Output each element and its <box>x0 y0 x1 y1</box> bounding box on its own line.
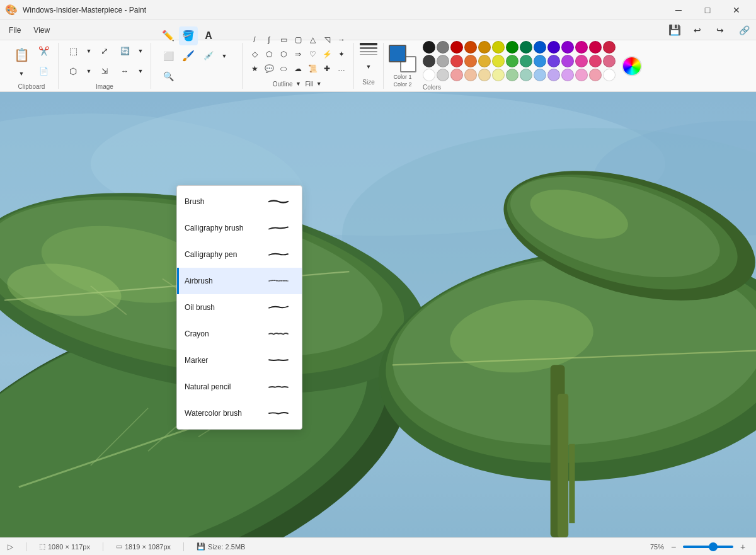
close-button[interactable]: ✕ <box>722 0 751 20</box>
swatch-r1-3[interactable] <box>464 41 477 54</box>
swatch-r1-9[interactable] <box>547 41 560 54</box>
swatch-r2-11[interactable] <box>575 55 588 67</box>
free-select-button[interactable]: ⬡ <box>64 62 83 81</box>
paste-button[interactable]: 📋 <box>10 42 33 67</box>
brush-item-marker[interactable]: Marker <box>177 347 302 374</box>
menu-view[interactable]: View <box>27 23 56 37</box>
color-picker-dropdown[interactable]: ▼ <box>219 47 229 66</box>
swatch-r2-8[interactable] <box>534 55 546 67</box>
zoom-slider-thumb[interactable] <box>709 542 718 551</box>
shape-roundrect[interactable]: ▢ <box>291 33 305 47</box>
brush-item-brush[interactable]: Brush <box>177 188 302 215</box>
paste-dropdown[interactable]: ▼ <box>16 67 26 80</box>
swatch-r1-0[interactable] <box>423 41 435 54</box>
zoom-in-button[interactable]: + <box>737 541 748 552</box>
swatch-r3-7[interactable] <box>520 69 532 81</box>
swatch-r1-6[interactable] <box>506 41 518 54</box>
shape-star4[interactable]: ✦ <box>335 47 348 61</box>
swatch-r2-4[interactable] <box>478 55 491 67</box>
brush-item-crayon[interactable]: Crayon <box>177 321 302 347</box>
swatch-r3-3[interactable] <box>464 69 477 81</box>
swatch-r1-1[interactable] <box>437 41 449 54</box>
brush-item-natural-pencil[interactable]: Natural pencil <box>177 374 302 400</box>
brush-button[interactable]: 🖌️ <box>179 47 198 66</box>
select-button[interactable]: ⬚ <box>64 42 83 60</box>
swatch-r1-8[interactable] <box>534 41 546 54</box>
color1-swatch[interactable] <box>389 45 406 62</box>
pencil-button[interactable]: ✏️ <box>159 26 178 45</box>
cut-button[interactable]: ✂️ <box>34 42 53 60</box>
brush-item-airbrush[interactable]: Airbrush <box>177 268 302 294</box>
swatch-r3-8[interactable] <box>534 69 546 81</box>
shape-plus[interactable]: ✚ <box>320 62 334 76</box>
save-button[interactable]: 💾 <box>665 21 684 40</box>
shape-callout[interactable]: 💬 <box>262 62 276 76</box>
swatch-r3-6[interactable] <box>506 69 518 81</box>
redo-button[interactable]: ↪ <box>711 21 730 40</box>
swatch-r1-2[interactable] <box>450 41 463 54</box>
flip-dropdown[interactable]: ▼ <box>135 62 146 81</box>
undo-button[interactable]: ↩ <box>688 21 707 40</box>
swatch-r2-2[interactable] <box>450 55 463 67</box>
shape-arrow[interactable]: → <box>335 33 348 47</box>
rotate-button[interactable]: 🔄 <box>115 42 134 60</box>
swatch-r3-10[interactable] <box>561 69 574 81</box>
rotate-dropdown[interactable]: ▼ <box>135 42 146 60</box>
swatch-r3-1[interactable] <box>437 69 449 81</box>
main-area[interactable]: Brush Calligraphy brush Calligraphy pen … <box>0 92 756 537</box>
swatch-r3-12[interactable] <box>589 69 602 81</box>
shape-line[interactable]: / <box>248 33 261 47</box>
shape-triangle[interactable]: △ <box>306 33 319 47</box>
swatch-r2-6[interactable] <box>506 55 518 67</box>
menu-file[interactable]: File <box>3 23 27 37</box>
select-dropdown[interactable]: ▼ <box>84 42 94 60</box>
swatch-r2-7[interactable] <box>520 55 532 67</box>
swatch-r1-5[interactable] <box>492 41 505 54</box>
flip-button[interactable]: ↔ <box>115 62 134 81</box>
shape-cloud[interactable]: ☁ <box>291 62 305 76</box>
share-button[interactable]: 🔗 <box>735 21 753 40</box>
swatch-r1-11[interactable] <box>575 41 588 54</box>
brush-item-oil-brush[interactable]: Oil brush <box>177 294 302 321</box>
shape-arrow2[interactable]: ⇒ <box>291 47 305 61</box>
swatch-r3-11[interactable] <box>575 69 588 81</box>
swatch-r3-13[interactable] <box>603 69 616 81</box>
swatch-r3-2[interactable] <box>450 69 463 81</box>
size-dropdown[interactable]: ▼ <box>359 57 378 76</box>
swatch-r2-5[interactable] <box>492 55 505 67</box>
swatch-r1-4[interactable] <box>478 41 491 54</box>
swatch-r2-12[interactable] <box>589 55 602 67</box>
shape-curve[interactable]: ∫ <box>262 33 276 47</box>
paint-canvas[interactable]: Brush Calligraphy brush Calligraphy pen … <box>0 92 756 537</box>
color-picker-button[interactable]: 💉 <box>199 47 218 66</box>
text-button[interactable]: A <box>199 26 218 45</box>
zoom-out-button[interactable]: − <box>668 541 679 552</box>
shape-diamond[interactable]: ◇ <box>248 47 261 61</box>
zoom-slider[interactable] <box>683 546 733 548</box>
free-select-dropdown[interactable]: ▼ <box>84 62 94 81</box>
shape-pentagon[interactable]: ⬠ <box>262 47 276 61</box>
swatch-r1-13[interactable] <box>603 41 616 54</box>
swatch-r3-5[interactable] <box>492 69 505 81</box>
brush-item-calligraphy-brush[interactable]: Calligraphy brush <box>177 215 302 241</box>
swatch-r3-9[interactable] <box>547 69 560 81</box>
fill-button[interactable]: 🪣 <box>179 26 198 45</box>
minimize-button[interactable]: ─ <box>664 0 693 20</box>
shape-oval[interactable]: ⬭ <box>277 62 290 76</box>
swatch-r2-9[interactable] <box>547 55 560 67</box>
shape-lightning[interactable]: ⚡ <box>320 47 334 61</box>
swatch-r2-3[interactable] <box>464 55 477 67</box>
swatch-r2-1[interactable] <box>437 55 449 67</box>
maximize-button[interactable]: □ <box>693 0 722 20</box>
swatch-r1-10[interactable] <box>561 41 574 54</box>
swatch-r2-13[interactable] <box>603 55 616 67</box>
eraser-button[interactable]: ⬜ <box>159 47 178 66</box>
swatch-r1-12[interactable] <box>589 41 602 54</box>
swatch-r3-0[interactable] <box>423 69 435 81</box>
shape-rttriangle[interactable]: ◹ <box>320 33 334 47</box>
shape-rect[interactable]: ▭ <box>277 33 290 47</box>
fill-dropdown[interactable]: ▼ <box>314 78 323 89</box>
crop-button[interactable]: ⤢ <box>95 42 114 60</box>
shape-hexagon[interactable]: ⬡ <box>277 47 290 61</box>
brush-item-calligraphy-pen[interactable]: Calligraphy pen <box>177 241 302 268</box>
